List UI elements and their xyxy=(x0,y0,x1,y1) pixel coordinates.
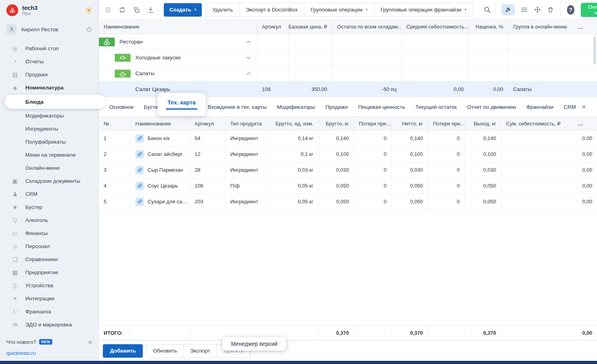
link-icon[interactable] xyxy=(135,166,144,174)
column-settings-button[interactable]: … xyxy=(578,20,584,34)
link-icon[interactable] xyxy=(135,134,144,143)
theme-toggle-sun-icon[interactable] xyxy=(85,7,92,14)
chevron-down-icon[interactable] xyxy=(246,55,251,61)
catalog-group-row-salads[interactable]: Салаты xyxy=(99,66,597,82)
net-kg-cell: 0,100 xyxy=(392,146,428,162)
tab[interactable]: Модификаторы xyxy=(277,104,315,110)
close-icon[interactable]: × xyxy=(582,103,586,110)
sidebar-item-ингредиенты[interactable]: Ингредиенты xyxy=(0,122,99,135)
sidebar-item-crm[interactable]: ♟ CRM xyxy=(0,188,99,201)
empty-cell xyxy=(402,50,469,65)
checklist-icon[interactable] xyxy=(521,6,528,13)
column-header: Наименование xyxy=(99,20,257,34)
group-operations-button[interactable]: Групповые операции ▾ xyxy=(304,3,374,17)
catalog-group-row-cold-appetizers[interactable]: Холодные закуски xyxy=(99,50,597,66)
search-icon[interactable] xyxy=(483,6,491,13)
tab[interactable]: Вхождение в тех. карты xyxy=(208,104,267,110)
vertical-scrollbar[interactable] xyxy=(593,36,596,64)
sidebar-item-продажи[interactable]: ▤ Продажи xyxy=(0,68,99,81)
download-icon[interactable] xyxy=(147,6,154,13)
item-name[interactable]: Салат Цезарь xyxy=(99,86,170,92)
online-chat-button[interactable]: Онлайн-чат xyxy=(581,3,597,17)
tab[interactable]: Отчет по движению xyxy=(467,104,516,110)
move-icon[interactable] xyxy=(534,6,541,13)
tab[interactable]: Продажи xyxy=(326,104,348,110)
group-operations-franchise-button[interactable]: Групповые операции франчайзи ▾ xyxy=(374,3,473,17)
sidebar-footer: Что нового? NEW « quickresto.ru xyxy=(0,334,99,361)
sidebar-item-предприятие[interactable]: ▦ Предприятие xyxy=(0,266,99,279)
create-button[interactable]: Создать ▾ xyxy=(164,3,202,17)
column-header: Выход, кг xyxy=(465,117,501,130)
logout-power-icon[interactable] xyxy=(86,26,92,32)
whats-new-link[interactable]: Что нового? xyxy=(6,339,36,345)
sidebar-item-онлайн-меню[interactable]: Онлайн-меню xyxy=(0,161,99,174)
refresh-button[interactable]: Обновить xyxy=(146,345,184,357)
ingredient-name[interactable]: Бекон х/к xyxy=(148,135,169,141)
sidebar-item-label: Блюда xyxy=(25,99,44,105)
empty-cell xyxy=(289,66,332,81)
row-number: 2 xyxy=(99,146,131,162)
sidebar-item-эдо-и-маркировка[interactable]: ✉ ЭДО и маркировка xyxy=(0,318,99,331)
column-header: Нетто, кг xyxy=(392,117,428,130)
sidebar-item-модификаторы[interactable]: Модификаторы xyxy=(0,109,99,122)
sidebar-item-label: Справочники xyxy=(25,256,58,262)
export-docsinbox-button[interactable]: Экспорт в DocsInBox xyxy=(240,3,305,17)
delete-button[interactable]: Удалить xyxy=(206,3,240,17)
tech-card-row[interactable]: 2 Салат айсберг 12 Ингредиент 0,1 кг 0,1… xyxy=(99,146,597,162)
tech-card-row[interactable]: 4 Соус Цезарь 106 П/ф 0,05 кг 0,050 0 0,… xyxy=(99,178,597,194)
tab[interactable]: Пищевая ценность xyxy=(358,104,405,110)
ingredient-name[interactable]: Соус Цезарь xyxy=(148,183,178,189)
column-header: Тип продукта xyxy=(226,117,269,130)
tech-card-row[interactable]: 5 Сухари для са… 203 Ингредиент 0,05 кг … xyxy=(99,194,597,210)
tab[interactable]: CRM xyxy=(564,104,576,110)
ingredient-name[interactable]: Салат айсберг xyxy=(148,151,182,157)
sidebar-item-блюда[interactable]: Блюда xyxy=(5,95,106,109)
sidebar-item-отчеты[interactable]: ◔ Отчеты xyxy=(0,55,99,68)
copy-icon[interactable] xyxy=(133,6,140,13)
trash-icon[interactable] xyxy=(547,6,554,13)
user-row[interactable]: Кирилл Рестов xyxy=(0,21,99,38)
sidebar-item-персонал[interactable]: ☺ Персонал xyxy=(0,240,99,253)
chevron-up-icon[interactable] xyxy=(246,39,251,45)
sidebar-item-складские-документы[interactable]: ▣ Складские документы xyxy=(0,174,99,188)
link-icon[interactable] xyxy=(135,182,144,190)
add-button[interactable]: Добавить xyxy=(103,344,143,358)
link-icon[interactable] xyxy=(135,197,144,206)
sidebar-item-номенклатура[interactable]: ◈ Номенклатура xyxy=(0,81,99,94)
version-manager-button[interactable]: Менеджер версий xyxy=(222,337,286,351)
tools-icon[interactable] xyxy=(502,4,515,15)
tab[interactable]: Текущий остаток xyxy=(415,104,457,110)
collapse-sidebar-icon[interactable]: « xyxy=(88,338,92,346)
net-kg-cell: 0,050 xyxy=(392,178,428,193)
column-settings-button[interactable]: … xyxy=(578,117,584,130)
sidebar-item-франшиза[interactable]: ⚐ Франшиза xyxy=(0,305,99,318)
sidebar-item-рабочий-стол[interactable]: ◎ Рабочий стол xyxy=(0,42,99,55)
tab[interactable]: Основное xyxy=(109,104,134,110)
active-tab-highlight[interactable]: Тех. карта xyxy=(157,93,206,116)
tech-card-row[interactable]: 3 Сыр Пармезан 28 Ингредиент 0,03 кг 0,0… xyxy=(99,162,597,178)
row-number: 3 xyxy=(99,162,131,178)
ingredient-name[interactable]: Сыр Пармезан xyxy=(148,167,183,173)
sidebar-item-полуфабрикаты[interactable]: Полуфабрикаты xyxy=(0,135,99,148)
sidebar-item-меню-на-терминале[interactable]: Меню на терминале xyxy=(0,148,99,161)
link-icon[interactable] xyxy=(135,150,144,159)
totals-label: ИТОГО: xyxy=(99,326,131,340)
site-link[interactable]: quickresto.ru xyxy=(6,350,92,356)
help-button[interactable]: ? xyxy=(567,5,574,15)
sidebar-item-устройства[interactable]: ▯ Устройства xyxy=(0,279,99,292)
ingredient-name[interactable]: Сухари для са… xyxy=(148,199,187,205)
catalog-header-row: Наименование Артикул Базовая цена, ₽ Ост… xyxy=(99,20,597,34)
tech-card-row[interactable]: 1 Бекон х/к 54 Ингредиент 0,14 кг 0,140 … xyxy=(99,131,597,146)
empty-cell xyxy=(289,34,332,49)
sidebar-item-интеграции[interactable]: ⚭ Интеграции xyxy=(0,292,99,305)
sidebar-item-справочники[interactable]: ❏ Справочники xyxy=(0,253,99,266)
sidebar-item-финансы[interactable]: ▭ Финансы xyxy=(0,227,99,240)
catalog-group-row-restaurant[interactable]: Ресторан xyxy=(99,34,597,50)
sidebar-item-алкоголь[interactable]: ▽ Алкоголь xyxy=(0,214,99,227)
export-button[interactable]: Экспорт xyxy=(184,345,217,357)
refresh-icon[interactable] xyxy=(119,6,126,13)
sidebar-item-бустер[interactable]: ★ Бустер xyxy=(0,201,99,214)
chevron-up-icon[interactable] xyxy=(246,71,251,76)
tab[interactable]: Франчайзи xyxy=(526,104,553,110)
save-icon[interactable] xyxy=(104,6,112,13)
